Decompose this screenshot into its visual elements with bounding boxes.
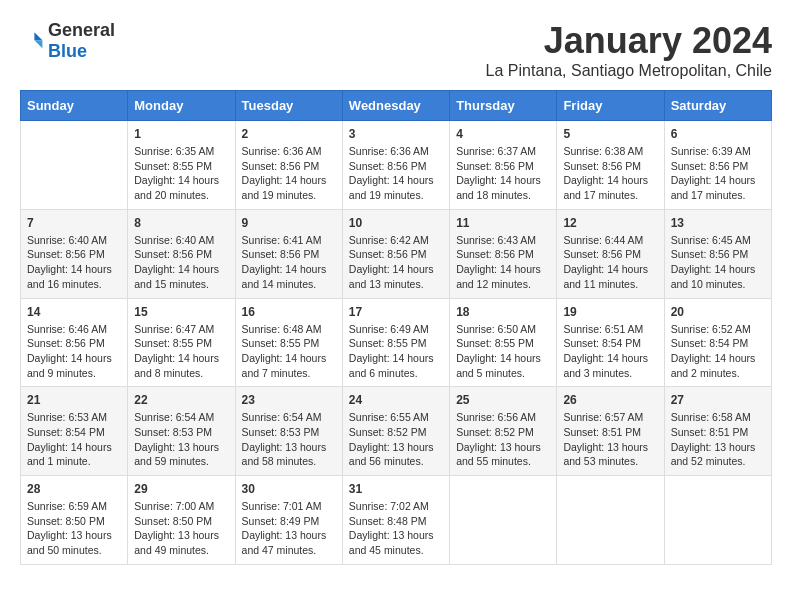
day-number: 20 <box>671 305 765 319</box>
header-friday: Friday <box>557 91 664 121</box>
day-number: 12 <box>563 216 657 230</box>
cell-w1-d0: 7Sunrise: 6:40 AM Sunset: 8:56 PM Daylig… <box>21 209 128 298</box>
header-monday: Monday <box>128 91 235 121</box>
header-thursday: Thursday <box>450 91 557 121</box>
week-row-1: 7Sunrise: 6:40 AM Sunset: 8:56 PM Daylig… <box>21 209 772 298</box>
day-detail: Sunrise: 6:57 AM Sunset: 8:51 PM Dayligh… <box>563 410 657 469</box>
day-number: 25 <box>456 393 550 407</box>
day-number: 27 <box>671 393 765 407</box>
cell-w1-d6: 13Sunrise: 6:45 AM Sunset: 8:56 PM Dayli… <box>664 209 771 298</box>
cell-w1-d4: 11Sunrise: 6:43 AM Sunset: 8:56 PM Dayli… <box>450 209 557 298</box>
day-number: 19 <box>563 305 657 319</box>
cell-w1-d5: 12Sunrise: 6:44 AM Sunset: 8:56 PM Dayli… <box>557 209 664 298</box>
day-number: 29 <box>134 482 228 496</box>
cell-w4-d5 <box>557 476 664 565</box>
day-detail: Sunrise: 6:47 AM Sunset: 8:55 PM Dayligh… <box>134 322 228 381</box>
cell-w3-d3: 24Sunrise: 6:55 AM Sunset: 8:52 PM Dayli… <box>342 387 449 476</box>
day-detail: Sunrise: 6:38 AM Sunset: 8:56 PM Dayligh… <box>563 144 657 203</box>
day-number: 7 <box>27 216 121 230</box>
day-detail: Sunrise: 7:02 AM Sunset: 8:48 PM Dayligh… <box>349 499 443 558</box>
cell-w1-d3: 10Sunrise: 6:42 AM Sunset: 8:56 PM Dayli… <box>342 209 449 298</box>
day-number: 5 <box>563 127 657 141</box>
day-number: 21 <box>27 393 121 407</box>
day-number: 1 <box>134 127 228 141</box>
svg-marker-1 <box>34 40 42 48</box>
day-detail: Sunrise: 6:54 AM Sunset: 8:53 PM Dayligh… <box>134 410 228 469</box>
day-detail: Sunrise: 6:36 AM Sunset: 8:56 PM Dayligh… <box>349 144 443 203</box>
cell-w4-d4 <box>450 476 557 565</box>
cell-w2-d6: 20Sunrise: 6:52 AM Sunset: 8:54 PM Dayli… <box>664 298 771 387</box>
day-number: 31 <box>349 482 443 496</box>
calendar-body: 1Sunrise: 6:35 AM Sunset: 8:55 PM Daylig… <box>21 121 772 565</box>
day-number: 23 <box>242 393 336 407</box>
day-detail: Sunrise: 6:41 AM Sunset: 8:56 PM Dayligh… <box>242 233 336 292</box>
cell-w4-d1: 29Sunrise: 7:00 AM Sunset: 8:50 PM Dayli… <box>128 476 235 565</box>
cell-w0-d3: 3Sunrise: 6:36 AM Sunset: 8:56 PM Daylig… <box>342 121 449 210</box>
day-detail: Sunrise: 6:37 AM Sunset: 8:56 PM Dayligh… <box>456 144 550 203</box>
logo-icon <box>20 29 44 53</box>
day-number: 6 <box>671 127 765 141</box>
cell-w1-d2: 9Sunrise: 6:41 AM Sunset: 8:56 PM Daylig… <box>235 209 342 298</box>
day-number: 17 <box>349 305 443 319</box>
cell-w1-d1: 8Sunrise: 6:40 AM Sunset: 8:56 PM Daylig… <box>128 209 235 298</box>
logo-blue: Blue <box>48 41 87 61</box>
day-number: 16 <box>242 305 336 319</box>
cell-w4-d6 <box>664 476 771 565</box>
header-row: Sunday Monday Tuesday Wednesday Thursday… <box>21 91 772 121</box>
day-number: 15 <box>134 305 228 319</box>
logo-general: General <box>48 20 115 40</box>
day-detail: Sunrise: 6:39 AM Sunset: 8:56 PM Dayligh… <box>671 144 765 203</box>
header: General Blue January 2024 La Pintana, Sa… <box>20 20 772 80</box>
cell-w3-d1: 22Sunrise: 6:54 AM Sunset: 8:53 PM Dayli… <box>128 387 235 476</box>
day-detail: Sunrise: 6:53 AM Sunset: 8:54 PM Dayligh… <box>27 410 121 469</box>
day-detail: Sunrise: 6:51 AM Sunset: 8:54 PM Dayligh… <box>563 322 657 381</box>
day-detail: Sunrise: 6:43 AM Sunset: 8:56 PM Dayligh… <box>456 233 550 292</box>
day-detail: Sunrise: 6:50 AM Sunset: 8:55 PM Dayligh… <box>456 322 550 381</box>
day-number: 22 <box>134 393 228 407</box>
day-detail: Sunrise: 6:58 AM Sunset: 8:51 PM Dayligh… <box>671 410 765 469</box>
cell-w2-d4: 18Sunrise: 6:50 AM Sunset: 8:55 PM Dayli… <box>450 298 557 387</box>
cell-w3-d4: 25Sunrise: 6:56 AM Sunset: 8:52 PM Dayli… <box>450 387 557 476</box>
cell-w4-d3: 31Sunrise: 7:02 AM Sunset: 8:48 PM Dayli… <box>342 476 449 565</box>
day-number: 3 <box>349 127 443 141</box>
day-detail: Sunrise: 6:55 AM Sunset: 8:52 PM Dayligh… <box>349 410 443 469</box>
day-detail: Sunrise: 6:49 AM Sunset: 8:55 PM Dayligh… <box>349 322 443 381</box>
day-detail: Sunrise: 6:44 AM Sunset: 8:56 PM Dayligh… <box>563 233 657 292</box>
day-number: 9 <box>242 216 336 230</box>
logo: General Blue <box>20 20 115 62</box>
day-number: 4 <box>456 127 550 141</box>
day-detail: Sunrise: 6:52 AM Sunset: 8:54 PM Dayligh… <box>671 322 765 381</box>
cell-w2-d3: 17Sunrise: 6:49 AM Sunset: 8:55 PM Dayli… <box>342 298 449 387</box>
day-number: 10 <box>349 216 443 230</box>
day-detail: Sunrise: 6:40 AM Sunset: 8:56 PM Dayligh… <box>27 233 121 292</box>
day-number: 13 <box>671 216 765 230</box>
cell-w0-d5: 5Sunrise: 6:38 AM Sunset: 8:56 PM Daylig… <box>557 121 664 210</box>
header-tuesday: Tuesday <box>235 91 342 121</box>
day-detail: Sunrise: 6:56 AM Sunset: 8:52 PM Dayligh… <box>456 410 550 469</box>
week-row-2: 14Sunrise: 6:46 AM Sunset: 8:56 PM Dayli… <box>21 298 772 387</box>
day-detail: Sunrise: 6:40 AM Sunset: 8:56 PM Dayligh… <box>134 233 228 292</box>
header-wednesday: Wednesday <box>342 91 449 121</box>
day-detail: Sunrise: 6:45 AM Sunset: 8:56 PM Dayligh… <box>671 233 765 292</box>
day-number: 28 <box>27 482 121 496</box>
day-detail: Sunrise: 6:59 AM Sunset: 8:50 PM Dayligh… <box>27 499 121 558</box>
cell-w0-d4: 4Sunrise: 6:37 AM Sunset: 8:56 PM Daylig… <box>450 121 557 210</box>
cell-w4-d0: 28Sunrise: 6:59 AM Sunset: 8:50 PM Dayli… <box>21 476 128 565</box>
cell-w3-d5: 26Sunrise: 6:57 AM Sunset: 8:51 PM Dayli… <box>557 387 664 476</box>
day-number: 30 <box>242 482 336 496</box>
day-detail: Sunrise: 6:36 AM Sunset: 8:56 PM Dayligh… <box>242 144 336 203</box>
day-detail: Sunrise: 6:35 AM Sunset: 8:55 PM Dayligh… <box>134 144 228 203</box>
header-saturday: Saturday <box>664 91 771 121</box>
week-row-4: 28Sunrise: 6:59 AM Sunset: 8:50 PM Dayli… <box>21 476 772 565</box>
day-detail: Sunrise: 6:42 AM Sunset: 8:56 PM Dayligh… <box>349 233 443 292</box>
title-area: January 2024 La Pintana, Santiago Metrop… <box>486 20 772 80</box>
cell-w0-d1: 1Sunrise: 6:35 AM Sunset: 8:55 PM Daylig… <box>128 121 235 210</box>
cell-w3-d2: 23Sunrise: 6:54 AM Sunset: 8:53 PM Dayli… <box>235 387 342 476</box>
cell-w0-d2: 2Sunrise: 6:36 AM Sunset: 8:56 PM Daylig… <box>235 121 342 210</box>
calendar-header: Sunday Monday Tuesday Wednesday Thursday… <box>21 91 772 121</box>
cell-w3-d6: 27Sunrise: 6:58 AM Sunset: 8:51 PM Dayli… <box>664 387 771 476</box>
week-row-3: 21Sunrise: 6:53 AM Sunset: 8:54 PM Dayli… <box>21 387 772 476</box>
day-number: 2 <box>242 127 336 141</box>
day-detail: Sunrise: 6:46 AM Sunset: 8:56 PM Dayligh… <box>27 322 121 381</box>
day-detail: Sunrise: 6:54 AM Sunset: 8:53 PM Dayligh… <box>242 410 336 469</box>
